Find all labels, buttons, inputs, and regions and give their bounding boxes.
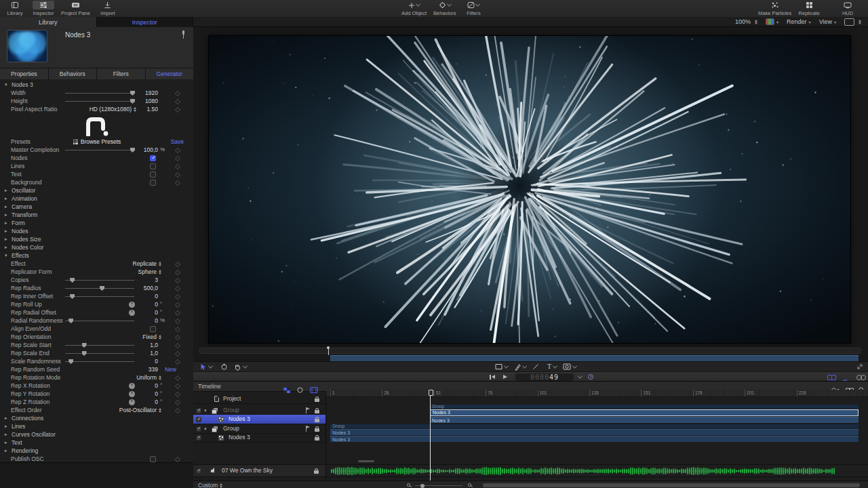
param-row-oscillator[interactable]: ▸Oscillator xyxy=(0,186,193,195)
disclosure-triangle-icon[interactable]: ▾ xyxy=(5,81,7,89)
param-row-rep-y-rotation[interactable]: Rep Y Rotation0° xyxy=(0,390,193,398)
save-preset-button[interactable]: Save xyxy=(171,138,184,146)
timeline-bar-nodes-3[interactable]: Nodes 3 xyxy=(430,409,859,416)
playhead-marker[interactable] xyxy=(429,390,433,396)
flag-icon[interactable] xyxy=(306,426,311,432)
param-value[interactable]: 0 xyxy=(155,317,158,325)
param-row-camera[interactable]: ▸Camera xyxy=(0,203,193,211)
disclosure-triangle-icon[interactable]: ▸ xyxy=(5,195,7,203)
keyframe-diamond-icon[interactable] xyxy=(175,294,180,300)
param-row-rep-x-rotation[interactable]: Rep X Rotation0° xyxy=(0,382,193,390)
keyframe-diamond-icon[interactable] xyxy=(175,302,180,308)
keyframe-diamond-icon[interactable] xyxy=(175,408,180,413)
slider-knob[interactable] xyxy=(68,319,73,323)
toolbar-import-button[interactable]: Import xyxy=(97,0,119,17)
mini-timeline-track[interactable] xyxy=(199,348,861,354)
keyframe-diamond-icon[interactable] xyxy=(175,384,180,389)
slider-track[interactable] xyxy=(65,150,134,150)
timecode-clock-icon[interactable] xyxy=(588,374,593,380)
slider-track[interactable] xyxy=(65,101,134,102)
rectangle-tool[interactable] xyxy=(495,363,508,370)
param-row-scale-randomness[interactable]: Scale Randomness0 xyxy=(0,357,193,365)
param-row-width[interactable]: Width1920 xyxy=(0,89,193,97)
keyframe-diamond-icon[interactable] xyxy=(175,148,180,153)
param-row-effect-order[interactable]: Effect OrderPost-Oscillator xyxy=(0,406,193,414)
param-row-replicator-form[interactable]: Replicator FormSphere xyxy=(0,268,193,276)
popup-select[interactable]: Fixed xyxy=(142,333,161,341)
keyframe-diamond-icon[interactable] xyxy=(175,180,180,186)
select-transform-tool[interactable] xyxy=(200,363,212,371)
toolbar-share-button[interactable]: Share xyxy=(865,0,868,17)
keyframe-diamond-icon[interactable] xyxy=(175,375,180,381)
keyframe-diamond-icon[interactable] xyxy=(175,91,180,96)
toolbar-project-pane-button[interactable]: Project Pane xyxy=(61,0,90,17)
slider-track[interactable] xyxy=(65,93,134,94)
timeline-bar-group[interactable]: Group xyxy=(430,405,859,409)
param-row-rep-orientation[interactable]: Rep OrientationFixed xyxy=(0,333,193,341)
timeline-bar-nodes-3[interactable]: Nodes 3 xyxy=(330,429,859,435)
toolbar-filters-button[interactable]: Filters xyxy=(462,0,484,17)
popup-select[interactable]: Replicate xyxy=(133,260,161,268)
track-checkbox[interactable] xyxy=(196,417,201,422)
timeline-horizontal-scrollbar[interactable] xyxy=(483,483,860,487)
param-row-radial-randomness[interactable]: Radial Randomness0% xyxy=(0,317,193,325)
zoom-out-icon[interactable] xyxy=(407,483,412,488)
keyframe-diamond-icon[interactable] xyxy=(175,172,180,178)
param-row-rep-roll-up[interactable]: Rep Roll Up0° xyxy=(0,300,193,308)
param-row-master-completion[interactable]: Master Completion100,0% xyxy=(0,146,193,154)
tab-properties[interactable]: Properties xyxy=(0,68,48,79)
lock-icon[interactable] xyxy=(315,396,319,402)
timeline-preset-dropdown[interactable]: Custom xyxy=(198,481,222,488)
disclosure-triangle-icon[interactable]: ▸ xyxy=(5,227,7,235)
timeline-row-group[interactable]: ▾Group xyxy=(193,424,326,434)
param-row-rendering[interactable]: ▸Rendering xyxy=(0,447,193,455)
timeline-row-nodes-3[interactable]: Nodes 3 xyxy=(193,415,326,424)
disclosure-triangle-icon[interactable]: ▸ xyxy=(5,203,7,211)
popup-select[interactable]: Uniform xyxy=(136,373,161,382)
slider-track[interactable] xyxy=(65,288,134,289)
panel-tab-inspector[interactable]: Inspector xyxy=(97,17,194,27)
param-row-lines[interactable]: ▸Lines xyxy=(0,422,193,430)
slider-knob[interactable] xyxy=(130,91,135,96)
timeline-row-project[interactable]: Project xyxy=(193,394,326,404)
disclosure-triangle-icon[interactable]: ▸ xyxy=(5,186,7,195)
param-row-presets[interactable]: PresetsBrowse PresetsSave xyxy=(0,138,193,146)
param-row-pixel-aspect-ratio[interactable]: Pixel Aspect RatioHD (1280x1080)1.50 xyxy=(0,105,193,113)
param-row-nodes[interactable]: Nodes xyxy=(0,154,193,162)
browse-presets-button[interactable]: Browse Presets xyxy=(73,138,121,146)
panel-tab-library[interactable]: Library xyxy=(0,17,97,27)
param-value[interactable]: 100,0 xyxy=(144,146,158,154)
pan-tool[interactable] xyxy=(234,363,247,371)
keyframe-diamond-icon[interactable] xyxy=(175,107,180,113)
zoom-in-icon[interactable] xyxy=(468,483,473,488)
param-value[interactable]: 339 xyxy=(149,365,158,373)
slider-track[interactable] xyxy=(65,280,134,281)
tab-filters[interactable]: Filters xyxy=(97,68,145,79)
keyframe-diamond-icon[interactable] xyxy=(175,359,180,365)
param-row-nodes-color[interactable]: ▸Nodes Color xyxy=(0,243,193,251)
disclosure-triangle-icon[interactable]: ▸ xyxy=(5,414,7,422)
tab-behaviors[interactable]: Behaviors xyxy=(49,68,97,79)
param-value[interactable]: 1,0 xyxy=(150,349,158,357)
keyframe-diamond-icon[interactable] xyxy=(175,335,180,340)
dial-control[interactable] xyxy=(129,383,135,389)
param-row-text[interactable]: ▸Text xyxy=(0,439,193,447)
channel-dropdown[interactable]: ▾ xyxy=(766,18,778,25)
disclosure-triangle-icon[interactable]: ▸ xyxy=(5,243,7,251)
param-row-nodes[interactable]: ▸Nodes xyxy=(0,227,193,235)
timecode-field[interactable]: 000049 xyxy=(515,373,574,381)
disclosure-triangle-icon[interactable]: ▾ xyxy=(5,251,7,260)
canvas-viewport[interactable] xyxy=(208,35,851,344)
timeline-ruler[interactable]: 1265176101126151176201226 xyxy=(326,390,868,397)
param-row-text[interactable]: Text xyxy=(0,170,193,178)
timeline-zoom-knob[interactable] xyxy=(420,484,425,488)
disclosure-triangle-icon[interactable]: ▸ xyxy=(5,211,7,219)
keyframe-diamond-icon[interactable] xyxy=(175,327,180,332)
keyframe-diamond-icon[interactable] xyxy=(175,156,180,161)
track-area-resize-handle[interactable] xyxy=(358,460,374,462)
toolbar-behaviors-button[interactable]: Behaviors xyxy=(433,0,456,17)
param-row-lines[interactable]: Lines xyxy=(0,162,193,170)
mini-timeline-playhead[interactable] xyxy=(328,347,329,355)
slider-track[interactable] xyxy=(65,353,134,354)
param-row-nodes-size[interactable]: ▸Nodes Size xyxy=(0,235,193,243)
